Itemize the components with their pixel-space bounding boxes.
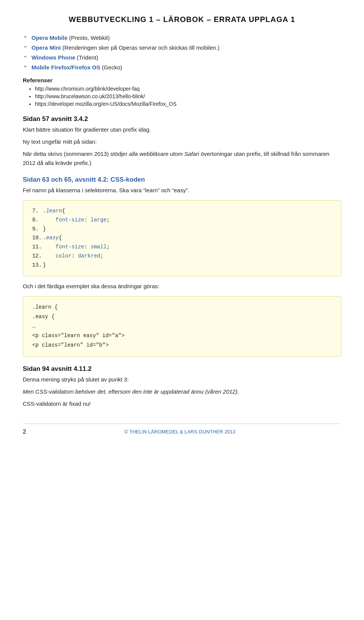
- bullet-text-1: Opera Mobile (Presto, Webkit): [31, 35, 110, 41]
- bullet-text-2: Opera Mini (Renderingen sker på Operas s…: [31, 44, 220, 51]
- windows-phone-link: Windows Phone: [31, 54, 75, 61]
- section1-text3-prefix: När detta skrivs (sommaren 2013) stödjer: [23, 151, 129, 157]
- reference-item-2: http://www.brucelawson.co.uk/2013/hello-…: [35, 93, 341, 99]
- list-item: ⌃ Windows Phone (Trident): [23, 54, 341, 62]
- code-block-1: 7. .learn { 8. font-size: large; 9. } 10…: [23, 200, 341, 276]
- code2-line-2: .easy {: [32, 312, 332, 322]
- opera-mobile-link: Opera Mobile: [31, 35, 67, 41]
- list-item: ⌃ Opera Mini (Renderingen sker på Operas…: [23, 44, 341, 52]
- bullet-icon-4: ⌃: [23, 64, 28, 72]
- code2-line-4: <p class="learn easy" id="a">: [32, 331, 332, 341]
- footer-page-number: 2: [23, 429, 26, 435]
- section1-heading: Sidan 57 avsnitt 3.4.2: [23, 115, 341, 123]
- code2-line-3: …: [32, 322, 332, 331]
- section3-text1: Denna mening stryks på slutet av punkt 3…: [23, 375, 341, 384]
- code-line-12: 12. color: darkred;: [32, 252, 332, 261]
- footer: 2 © THELIN LÄROMEDEL & LARS GUNTHER 2013: [23, 424, 341, 435]
- references-section: Referenser http://www.chromium.org/blink…: [23, 77, 341, 107]
- code2-line-1: .learn {: [32, 303, 332, 312]
- section1-text3: När detta skrivs (sommaren 2013) stödjer…: [23, 149, 341, 168]
- code-block-2: .learn { .easy { … <p class="learn easy"…: [23, 296, 341, 357]
- section1-text1: Klart bättre situation för gradienter ut…: [23, 125, 341, 134]
- section2-text2: Och i det färdiga exemplet ska dessa änd…: [23, 282, 341, 291]
- bullet-text-4: Mobile Firefox/Firefox OS (Gecko): [31, 64, 122, 71]
- code-line-11: 11. font-size: small;: [32, 243, 332, 252]
- section3-italic: Men CSS-validatorn behöver det, eftersom…: [23, 387, 341, 396]
- browser-list: ⌃ Opera Mobile (Presto, Webkit) ⌃ Opera …: [23, 35, 341, 72]
- opera-mini-link: Opera Mini: [31, 44, 61, 51]
- code-line-7: 7. .learn {: [32, 207, 332, 216]
- code-line-9: 9. }: [32, 225, 332, 234]
- code-line-8: 8. font-size: large;: [32, 216, 332, 225]
- code-line-13: 13. }: [32, 261, 332, 270]
- references-list: http://www.chromium.org/blink/developer-…: [23, 86, 341, 107]
- bullet-icon-1: ⌃: [23, 35, 28, 42]
- firefox-os-link: Mobile Firefox/Firefox OS: [31, 64, 100, 71]
- references-title: Referenser: [23, 77, 341, 83]
- code2-line-5: <p class="learn" id="b">: [32, 341, 332, 350]
- bullet-icon-3: ⌃: [23, 55, 28, 62]
- list-item: ⌃ Mobile Firefox/Firefox OS (Gecko): [23, 64, 341, 72]
- section2-heading: Sidan 63 och 65, avsnitt 4.2: CSS-koden: [23, 176, 341, 184]
- bullet-text-3: Windows Phone (Trident): [31, 54, 98, 61]
- section1-text2: Ny text ungefär mitt på sidan:: [23, 137, 341, 146]
- reference-item-1: http://www.chromium.org/blink/developer-…: [35, 86, 341, 92]
- bullet-icon-2: ⌃: [23, 45, 28, 52]
- code-line-10: 10. .easy {: [32, 234, 332, 243]
- section1-text3-italic: alla webbläsare utom Safari: [129, 151, 199, 157]
- page-title: WEBBUTVECKLING 1 – LÄROBOK – ERRATA UPPL…: [23, 15, 341, 24]
- section3-heading: Sidan 94 avsnitt 4.11.2: [23, 365, 341, 373]
- section3-text2: CSS-validatorn är fixad nu!: [23, 399, 341, 408]
- reference-item-3: https://developer.mozilla.org/en-US/docs…: [35, 101, 341, 107]
- footer-copyright: © THELIN LÄROMEDEL & LARS GUNTHER 2013: [26, 429, 334, 435]
- list-item: ⌃ Opera Mobile (Presto, Webkit): [23, 35, 341, 42]
- section2-text1: Fel namn på klasserna i selektorerna. Sk…: [23, 186, 341, 195]
